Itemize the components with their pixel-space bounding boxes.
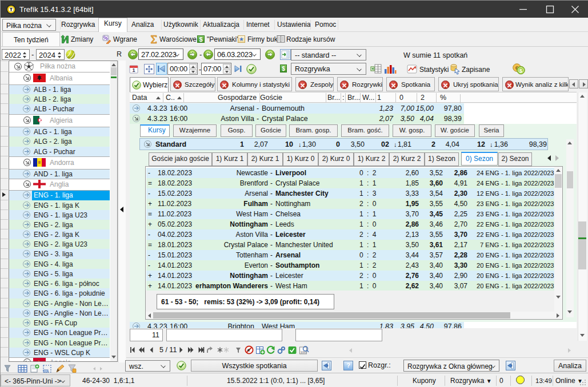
svg-text:$: $: [519, 67, 523, 74]
svg-text:1: 1: [132, 67, 135, 73]
